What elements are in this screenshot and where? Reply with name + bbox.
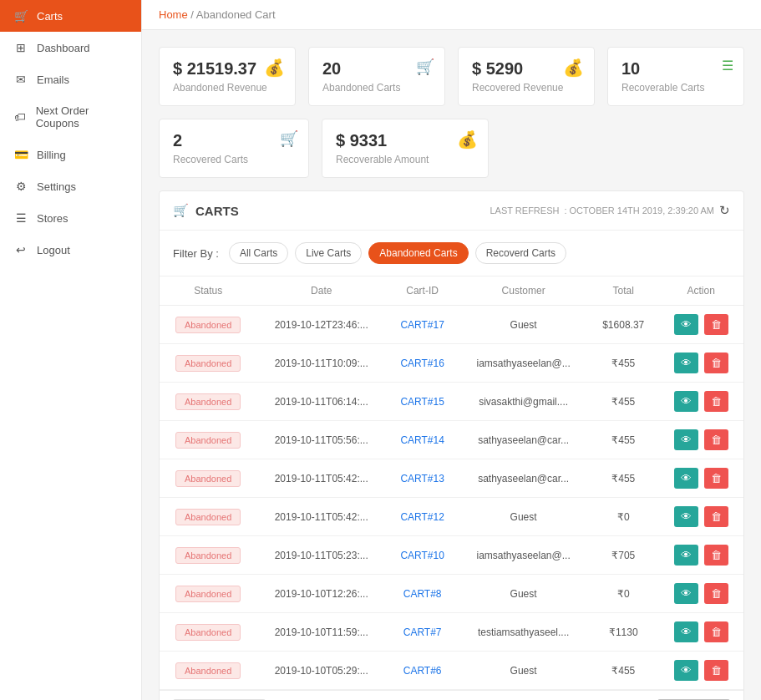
delete-button-8[interactable]: 🗑 [704, 621, 728, 642]
status-badge-8: Abandoned [175, 624, 241, 641]
cart-link-7[interactable]: CART#8 [403, 588, 442, 600]
filter-bar: Filter By : All Carts Live Carts Abandon… [160, 231, 743, 276]
delete-button-9[interactable]: 🗑 [704, 660, 728, 681]
carts-icon: 🛒 [13, 9, 28, 23]
col-customer: Customer [459, 276, 588, 306]
cart-link-3[interactable]: CART#14 [400, 434, 444, 446]
filter-live-carts[interactable]: Live Carts [295, 242, 362, 264]
filter-abandoned-carts[interactable]: Abandoned Carts [368, 242, 468, 264]
recoverable-carts-label: Recoverable Carts [621, 82, 730, 94]
delete-button-0[interactable]: 🗑 [704, 314, 728, 335]
cart-link-8[interactable]: CART#7 [403, 626, 442, 638]
breadcrumb-current: Abandoned Cart [196, 8, 276, 21]
cart-link-6[interactable]: CART#10 [400, 550, 444, 561]
cell-cart-id-9: CART#6 [386, 652, 459, 690]
view-button-4[interactable]: 👁 [674, 468, 698, 489]
filter-all-carts[interactable]: All Carts [229, 242, 288, 264]
cart-link-1[interactable]: CART#16 [400, 358, 444, 369]
cart-link-0[interactable]: CART#17 [400, 319, 444, 331]
delete-button-5[interactable]: 🗑 [704, 506, 728, 527]
sidebar-item-emails[interactable]: ✉ Emails [0, 63, 141, 95]
abandoned-carts-label: Abandoned Carts [322, 82, 431, 94]
sidebar-item-settings[interactable]: ⚙ Settings [0, 170, 141, 202]
cell-date-3: 2019-10-11T05:56:... [256, 421, 386, 459]
status-badge-0: Abandoned [175, 317, 241, 333]
cell-customer-1: iamsathyaseelan@... [459, 344, 588, 383]
cell-customer-7: Guest [459, 575, 588, 613]
cell-cart-id-7: CART#8 [386, 575, 459, 613]
delete-button-1[interactable]: 🗑 [704, 353, 728, 373]
pagination: Previous Page of 2 Next [160, 690, 743, 700]
page-content: $ 21519.37 Abandoned Revenue 💰 20 Abando… [142, 30, 761, 700]
col-total: Total [588, 276, 658, 306]
recoverable-carts-value: 10 [621, 59, 730, 79]
sidebar-item-label: Stores [37, 212, 68, 225]
cell-date-1: 2019-10-11T10:09:... [256, 344, 386, 383]
table-row: Abandoned 2019-10-11T06:14:... CART#15 s… [160, 383, 743, 421]
home-link[interactable]: Home [159, 8, 188, 21]
cell-action-9: 👁 🗑 [658, 652, 743, 690]
main-content: Home / Abandoned Cart $ 21519.37 Abandon… [142, 0, 761, 700]
delete-button-4[interactable]: 🗑 [704, 468, 728, 489]
status-badge-6: Abandoned [175, 547, 241, 564]
carts-title: 🛒 CARTS [173, 203, 239, 218]
col-cart-id: Cart-ID [386, 276, 459, 306]
table-header-row: Status Date Cart-ID Customer Total Actio… [160, 276, 743, 306]
cell-cart-id-1: CART#16 [386, 344, 459, 383]
stores-icon: ☰ [13, 211, 28, 225]
sidebar-item-stores[interactable]: ☰ Stores [0, 202, 141, 234]
coupons-icon: 🏷 [13, 110, 28, 124]
sidebar-item-label: Carts [37, 10, 63, 23]
table-row: Abandoned 2019-10-12T23:46:... CART#17 G… [160, 306, 743, 344]
sidebar-item-carts[interactable]: 🛒 Carts [0, 0, 141, 32]
col-date: Date [256, 276, 386, 306]
delete-button-3[interactable]: 🗑 [704, 429, 728, 450]
view-button-5[interactable]: 👁 [674, 506, 698, 527]
cell-total-5: ₹0 [588, 498, 658, 536]
cell-total-6: ₹705 [588, 536, 658, 575]
abandoned-revenue-icon: 💰 [264, 58, 285, 78]
view-button-9[interactable]: 👁 [674, 660, 698, 681]
cart-link-4[interactable]: CART#13 [400, 473, 444, 484]
view-button-0[interactable]: 👁 [674, 314, 698, 335]
last-refresh: LAST REFRESH : OCTOBER 14TH 2019, 2:39:2… [490, 203, 731, 218]
status-badge-2: Abandoned [175, 393, 241, 410]
status-badge-4: Abandoned [175, 470, 241, 487]
delete-button-6[interactable]: 🗑 [704, 545, 728, 566]
view-button-1[interactable]: 👁 [674, 353, 698, 373]
cart-link-9[interactable]: CART#6 [403, 665, 442, 677]
filter-recovered-carts[interactable]: Recoverd Carts [475, 242, 566, 264]
cell-action-1: 👁 🗑 [658, 344, 743, 383]
cell-action-4: 👁 🗑 [658, 459, 743, 498]
view-button-3[interactable]: 👁 [674, 429, 698, 450]
delete-button-2[interactable]: 🗑 [704, 391, 728, 412]
cart-link-2[interactable]: CART#15 [400, 396, 444, 408]
carts-table-body: Abandoned 2019-10-12T23:46:... CART#17 G… [160, 306, 743, 690]
sidebar-item-billing[interactable]: 💳 Billing [0, 139, 141, 170]
cell-status-6: Abandoned [160, 536, 256, 575]
recovered-carts-label: Recovered Carts [173, 154, 295, 165]
logout-icon: ↩ [13, 243, 28, 256]
breadcrumb: Home / Abandoned Cart [142, 0, 761, 30]
stat-card-abandoned-carts: 20 Abandoned Carts 🛒 [308, 47, 445, 106]
view-button-6[interactable]: 👁 [674, 545, 698, 566]
delete-button-7[interactable]: 🗑 [704, 583, 728, 604]
cell-customer-3: sathyaseelan@car... [459, 421, 588, 459]
sidebar-item-coupons[interactable]: 🏷 Next Order Coupons [0, 95, 141, 139]
stat-card-recovered-revenue: $ 5290 Recovered Revenue 💰 [458, 47, 595, 106]
table-row: Abandoned 2019-10-10T11:59:... CART#7 te… [160, 613, 743, 652]
stat-card-abandoned-revenue: $ 21519.37 Abandoned Revenue 💰 [159, 47, 296, 106]
view-button-2[interactable]: 👁 [674, 391, 698, 412]
sidebar-item-logout[interactable]: ↩ Logout [0, 234, 141, 266]
sidebar-item-dashboard[interactable]: ⊞ Dashboard [0, 32, 141, 63]
cart-link-5[interactable]: CART#12 [400, 511, 444, 523]
status-badge-9: Abandoned [175, 662, 241, 679]
refresh-icon[interactable]: ↻ [719, 203, 730, 218]
cell-status-8: Abandoned [160, 613, 256, 652]
view-button-8[interactable]: 👁 [674, 621, 698, 642]
status-badge-1: Abandoned [175, 355, 241, 372]
cell-total-0: $1608.37 [588, 306, 658, 344]
view-button-7[interactable]: 👁 [674, 583, 698, 604]
stats-row-1: $ 21519.37 Abandoned Revenue 💰 20 Abando… [159, 47, 744, 106]
cell-date-5: 2019-10-11T05:42:... [256, 498, 386, 536]
